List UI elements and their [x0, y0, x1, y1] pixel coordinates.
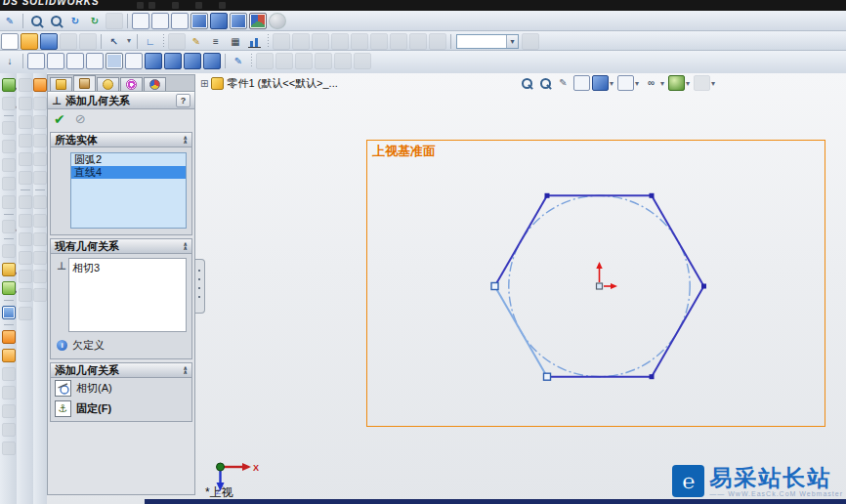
disabled-tool-icon[interactable]: [19, 195, 32, 209]
disabled-tool-icon[interactable]: [19, 307, 32, 320]
configurationmanager-tab[interactable]: [97, 77, 119, 91]
disabled-tool-icon[interactable]: [331, 33, 349, 50]
disabled-tool-icon[interactable]: [351, 33, 368, 50]
disabled-tool-icon[interactable]: [19, 78, 32, 92]
curvature-tool-icon[interactable]: ▸: [2, 263, 16, 276]
trimetric-view-icon[interactable]: [164, 53, 182, 69]
pattern-tool-icon[interactable]: ▸: [2, 220, 16, 233]
disabled-tool-icon[interactable]: [33, 152, 47, 166]
disabled-tool-icon[interactable]: [19, 97, 32, 110]
disabled-tool-icon[interactable]: [429, 33, 446, 50]
add-relations-header[interactable]: 添加几何关系 ∧∧: [51, 363, 191, 378]
back-view-icon[interactable]: [47, 53, 64, 69]
shaded-icon[interactable]: [210, 13, 228, 29]
ok-button[interactable]: ✔: [54, 110, 65, 128]
hidden-lines-visible-icon[interactable]: [151, 13, 169, 29]
origin-marker[interactable]: [596, 262, 617, 289]
disabled-tool-icon[interactable]: [19, 232, 32, 246]
vertex-point[interactable]: [701, 284, 706, 289]
rotate-view-icon[interactable]: ↻: [66, 13, 84, 29]
disabled-tool-icon[interactable]: [33, 195, 47, 209]
disabled-tool-icon[interactable]: [19, 152, 32, 166]
list-item[interactable]: 圆弧2: [71, 153, 186, 166]
disabled-tool-icon[interactable]: [33, 171, 47, 185]
vertex-point-coincident[interactable]: [544, 373, 551, 380]
left-view-icon[interactable]: [66, 53, 84, 69]
select-arrow-icon[interactable]: ↖: [106, 33, 123, 50]
perspective-icon[interactable]: [269, 13, 286, 29]
disabled-tool-icon[interactable]: [33, 270, 47, 283]
hexagon-edge-upper-left[interactable]: [495, 195, 548, 286]
front-view-icon[interactable]: [27, 53, 45, 69]
vertex-point[interactable]: [650, 374, 655, 379]
section-view-icon[interactable]: [249, 13, 267, 29]
disabled-tool-icon[interactable]: ▸: [2, 97, 16, 110]
hidden-lines-removed-icon[interactable]: [171, 13, 189, 29]
disabled-tool-icon[interactable]: [33, 232, 47, 246]
vertex-point-coincident[interactable]: [491, 283, 498, 290]
wireframe-icon[interactable]: [132, 13, 149, 29]
panel-splitter-handle[interactable]: [195, 259, 205, 314]
dimxpertmanager-tab[interactable]: [120, 77, 143, 91]
selected-entities-listbox[interactable]: 圆弧2 直线4: [70, 152, 187, 229]
disabled-tool-icon[interactable]: [370, 33, 388, 50]
list-item[interactable]: 相切3: [72, 261, 183, 275]
right-view-icon[interactable]: [86, 53, 104, 69]
redraw-pencil-icon[interactable]: ✎: [1, 13, 19, 29]
vertex-point[interactable]: [545, 193, 550, 198]
make-assembly-icon[interactable]: [79, 33, 97, 50]
sketch-folder-icon[interactable]: [33, 78, 47, 92]
disabled-tool-icon[interactable]: [19, 251, 32, 265]
disabled-tool-icon[interactable]: [315, 53, 332, 69]
smart-dimension-icon[interactable]: [2, 330, 16, 344]
collapse-chevron-icon[interactable]: ∧∧: [183, 136, 188, 144]
zoom-to-fit-icon[interactable]: [27, 13, 45, 29]
propertymanager-tab[interactable]: [73, 75, 96, 91]
isometric-view-icon[interactable]: [145, 53, 162, 69]
collapse-chevron-icon[interactable]: ∧∧: [183, 242, 188, 250]
disabled-tool-icon[interactable]: [19, 115, 32, 129]
list-item-selected[interactable]: 直线4: [71, 166, 186, 179]
disabled-tool-icon[interactable]: [295, 53, 313, 69]
disabled-tool-icon[interactable]: [19, 171, 32, 185]
disabled-tool-icon[interactable]: [390, 33, 407, 50]
titlebar-icon[interactable]: [219, 2, 226, 9]
hide-show-edges-icon[interactable]: [246, 33, 264, 50]
disabled-tool-icon[interactable]: [33, 97, 47, 110]
instant3d-icon[interactable]: ▸: [2, 281, 16, 295]
sketch-corner-icon[interactable]: ∟: [142, 33, 159, 50]
rotate-disabled-icon[interactable]: [106, 13, 123, 29]
open-document-icon[interactable]: [21, 33, 38, 50]
disabled-tool-icon[interactable]: [312, 33, 329, 50]
titlebar-icon[interactable]: [195, 2, 202, 9]
select-dropdown-icon[interactable]: ▾: [125, 33, 133, 48]
disabled-tool-icon[interactable]: [2, 404, 16, 418]
disabled-tool-icon[interactable]: [275, 53, 293, 69]
disabled-tool-icon[interactable]: [273, 33, 290, 50]
pan-view-icon[interactable]: ↻: [86, 13, 104, 29]
new-document-icon[interactable]: [1, 33, 19, 50]
line-style-icon[interactable]: ▦: [227, 33, 244, 50]
fix-option[interactable]: ⚓ 固定(F): [51, 399, 191, 421]
bottom-view-icon[interactable]: [125, 53, 143, 69]
disabled-tool-icon[interactable]: [33, 288, 47, 302]
sketch-pencil-icon[interactable]: ✎: [230, 53, 247, 69]
disabled-tool-icon[interactable]: [334, 53, 352, 69]
cancel-button[interactable]: ⊘: [75, 110, 86, 128]
make-drawing-icon[interactable]: [60, 33, 77, 50]
displaymanager-tab[interactable]: [144, 77, 166, 91]
sketch-canvas[interactable]: X Z: [196, 73, 846, 504]
titlebar-icon[interactable]: [137, 2, 144, 9]
tangent-option[interactable]: 相切(A): [51, 378, 191, 399]
disabled-tool-icon[interactable]: [19, 214, 32, 228]
disabled-tool-icon[interactable]: [409, 33, 427, 50]
top-view-icon[interactable]: [106, 53, 123, 69]
disabled-tool-icon[interactable]: [354, 53, 371, 69]
hexagon-edge-lower-right[interactable]: [652, 286, 704, 377]
disabled-tool-icon[interactable]: [2, 140, 16, 153]
titlebar-icon[interactable]: [148, 2, 155, 9]
disabled-tool-icon[interactable]: [2, 177, 16, 190]
hexagon-edge-upper-right[interactable]: [652, 195, 704, 286]
titlebar-icon[interactable]: [172, 2, 179, 9]
dimetric-view-icon[interactable]: [184, 53, 201, 69]
